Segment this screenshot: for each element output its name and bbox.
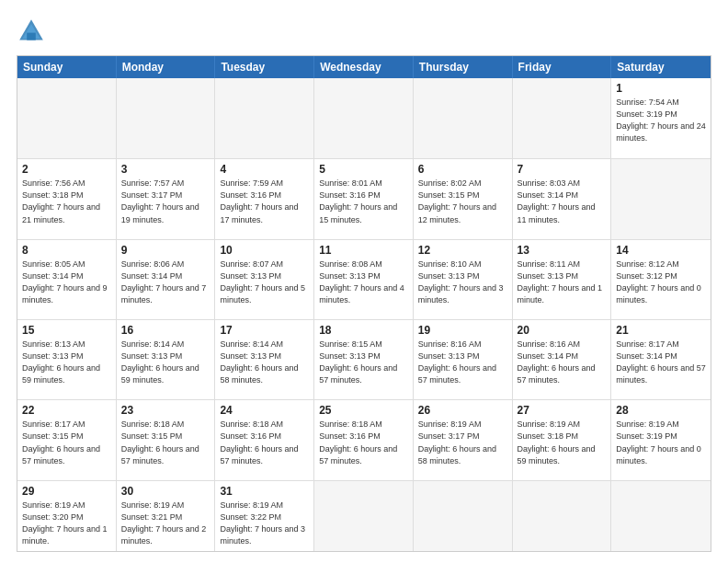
day-number: 29 <box>22 485 111 498</box>
day-header-wednesday: Wednesday <box>314 56 414 78</box>
cell-info: Sunrise: 8:15 AMSunset: 3:13 PMDaylight:… <box>319 339 408 386</box>
day-header-monday: Monday <box>117 56 216 78</box>
cal-cell <box>414 78 513 158</box>
day-number: 5 <box>319 163 408 176</box>
cell-info: Sunrise: 8:06 AMSunset: 3:14 PMDaylight:… <box>121 259 210 306</box>
day-number: 17 <box>220 324 309 337</box>
cell-info: Sunrise: 8:19 AMSunset: 3:18 PMDaylight:… <box>518 419 607 466</box>
cal-cell: 20Sunrise: 8:16 AMSunset: 3:14 PMDayligh… <box>513 320 612 399</box>
day-number: 1 <box>616 82 706 95</box>
day-number: 13 <box>518 244 607 257</box>
day-number: 23 <box>121 404 210 417</box>
cal-cell: 14Sunrise: 8:12 AMSunset: 3:12 PMDayligh… <box>611 240 711 319</box>
cal-cell: 5Sunrise: 8:01 AMSunset: 3:16 PMDaylight… <box>314 159 414 238</box>
day-number: 18 <box>319 324 408 337</box>
cal-cell <box>215 78 314 158</box>
cal-cell: 31Sunrise: 8:19 AMSunset: 3:22 PMDayligh… <box>215 481 314 551</box>
cal-cell: 26Sunrise: 8:19 AMSunset: 3:17 PMDayligh… <box>414 400 513 479</box>
cal-cell: 7Sunrise: 8:03 AMSunset: 3:14 PMDaylight… <box>513 159 612 238</box>
cell-info: Sunrise: 8:17 AMSunset: 3:15 PMDaylight:… <box>22 419 111 466</box>
cell-info: Sunrise: 7:56 AMSunset: 3:18 PMDaylight:… <box>22 178 111 225</box>
cal-cell: 9Sunrise: 8:06 AMSunset: 3:14 PMDaylight… <box>117 240 216 319</box>
day-number: 25 <box>319 404 408 417</box>
cell-info: Sunrise: 8:13 AMSunset: 3:13 PMDaylight:… <box>22 339 111 386</box>
cell-info: Sunrise: 7:59 AMSunset: 3:16 PMDaylight:… <box>220 178 309 225</box>
cal-cell: 1Sunrise: 7:54 AMSunset: 3:19 PMDaylight… <box>611 78 711 158</box>
week-row-6: 29Sunrise: 8:19 AMSunset: 3:20 PMDayligh… <box>17 480 711 551</box>
cell-info: Sunrise: 8:07 AMSunset: 3:13 PMDaylight:… <box>220 259 309 306</box>
week-row-2: 2Sunrise: 7:56 AMSunset: 3:18 PMDaylight… <box>17 158 711 238</box>
cal-cell <box>314 78 414 158</box>
cal-cell: 11Sunrise: 8:08 AMSunset: 3:13 PMDayligh… <box>314 240 414 319</box>
cal-cell: 24Sunrise: 8:18 AMSunset: 3:16 PMDayligh… <box>215 400 314 479</box>
cal-cell <box>611 481 711 551</box>
cal-cell: 27Sunrise: 8:19 AMSunset: 3:18 PMDayligh… <box>513 400 612 479</box>
week-row-5: 22Sunrise: 8:17 AMSunset: 3:15 PMDayligh… <box>17 399 711 479</box>
cell-info: Sunrise: 8:14 AMSunset: 3:13 PMDaylight:… <box>220 339 309 386</box>
cell-info: Sunrise: 8:18 AMSunset: 3:16 PMDaylight:… <box>319 419 408 466</box>
day-number: 19 <box>418 324 507 337</box>
cal-cell: 2Sunrise: 7:56 AMSunset: 3:18 PMDaylight… <box>17 159 117 238</box>
cal-cell <box>611 159 711 238</box>
day-number: 20 <box>518 324 607 337</box>
cell-info: Sunrise: 8:19 AMSunset: 3:20 PMDaylight:… <box>22 500 111 547</box>
cal-cell: 30Sunrise: 8:19 AMSunset: 3:21 PMDayligh… <box>117 481 216 551</box>
cell-info: Sunrise: 8:17 AMSunset: 3:14 PMDaylight:… <box>616 339 706 386</box>
day-number: 9 <box>121 244 210 257</box>
cal-cell: 23Sunrise: 8:18 AMSunset: 3:15 PMDayligh… <box>117 400 216 479</box>
cell-info: Sunrise: 8:10 AMSunset: 3:13 PMDaylight:… <box>418 259 507 306</box>
day-number: 6 <box>418 163 507 176</box>
day-number: 14 <box>616 244 706 257</box>
cell-info: Sunrise: 8:01 AMSunset: 3:16 PMDaylight:… <box>319 178 408 225</box>
cell-info: Sunrise: 8:19 AMSunset: 3:19 PMDaylight:… <box>616 419 706 466</box>
cell-info: Sunrise: 8:03 AMSunset: 3:14 PMDaylight:… <box>518 178 607 225</box>
logo <box>17 17 50 46</box>
cal-cell: 29Sunrise: 8:19 AMSunset: 3:20 PMDayligh… <box>17 481 117 551</box>
cal-cell: 12Sunrise: 8:10 AMSunset: 3:13 PMDayligh… <box>414 240 513 319</box>
svg-rect-2 <box>27 33 36 40</box>
cell-info: Sunrise: 8:16 AMSunset: 3:14 PMDaylight:… <box>518 339 607 386</box>
week-row-4: 15Sunrise: 8:13 AMSunset: 3:13 PMDayligh… <box>17 319 711 399</box>
cal-cell: 8Sunrise: 8:05 AMSunset: 3:14 PMDaylight… <box>17 240 117 319</box>
cal-cell: 16Sunrise: 8:14 AMSunset: 3:13 PMDayligh… <box>117 320 216 399</box>
day-number: 22 <box>22 404 111 417</box>
day-number: 10 <box>220 244 309 257</box>
day-number: 3 <box>121 163 210 176</box>
cell-info: Sunrise: 8:14 AMSunset: 3:13 PMDaylight:… <box>121 339 210 386</box>
calendar: SundayMondayTuesdayWednesdayThursdayFrid… <box>17 55 711 552</box>
day-number: 8 <box>22 244 111 257</box>
day-number: 2 <box>22 163 111 176</box>
cal-cell <box>314 481 414 551</box>
cell-info: Sunrise: 8:19 AMSunset: 3:21 PMDaylight:… <box>121 500 210 547</box>
cell-info: Sunrise: 7:57 AMSunset: 3:17 PMDaylight:… <box>121 178 210 225</box>
cell-info: Sunrise: 8:08 AMSunset: 3:13 PMDaylight:… <box>319 259 408 306</box>
cell-info: Sunrise: 8:11 AMSunset: 3:13 PMDaylight:… <box>518 259 607 306</box>
calendar-body: 1Sunrise: 7:54 AMSunset: 3:19 PMDaylight… <box>17 78 711 551</box>
day-number: 24 <box>220 404 309 417</box>
cell-info: Sunrise: 8:18 AMSunset: 3:16 PMDaylight:… <box>220 419 309 466</box>
day-number: 31 <box>220 485 309 498</box>
day-header-friday: Friday <box>513 56 612 78</box>
cell-info: Sunrise: 7:54 AMSunset: 3:19 PMDaylight:… <box>616 97 706 144</box>
cal-cell: 17Sunrise: 8:14 AMSunset: 3:13 PMDayligh… <box>215 320 314 399</box>
day-header-sunday: Sunday <box>17 56 117 78</box>
calendar-header-row: SundayMondayTuesdayWednesdayThursdayFrid… <box>17 56 711 78</box>
cal-cell <box>513 481 612 551</box>
cal-cell: 13Sunrise: 8:11 AMSunset: 3:13 PMDayligh… <box>513 240 612 319</box>
cell-info: Sunrise: 8:02 AMSunset: 3:15 PMDaylight:… <box>418 178 507 225</box>
week-row-1: 1Sunrise: 7:54 AMSunset: 3:19 PMDaylight… <box>17 78 711 158</box>
cell-info: Sunrise: 8:16 AMSunset: 3:13 PMDaylight:… <box>418 339 507 386</box>
day-number: 16 <box>121 324 210 337</box>
cal-cell: 18Sunrise: 8:15 AMSunset: 3:13 PMDayligh… <box>314 320 414 399</box>
day-header-tuesday: Tuesday <box>215 56 314 78</box>
cell-info: Sunrise: 8:12 AMSunset: 3:12 PMDaylight:… <box>616 259 706 306</box>
page: SundayMondayTuesdayWednesdayThursdayFrid… <box>0 0 728 563</box>
cal-cell: 19Sunrise: 8:16 AMSunset: 3:13 PMDayligh… <box>414 320 513 399</box>
cal-cell <box>17 78 117 158</box>
cal-cell: 6Sunrise: 8:02 AMSunset: 3:15 PMDaylight… <box>414 159 513 238</box>
cell-info: Sunrise: 8:19 AMSunset: 3:17 PMDaylight:… <box>418 419 507 466</box>
cal-cell: 21Sunrise: 8:17 AMSunset: 3:14 PMDayligh… <box>611 320 711 399</box>
day-number: 28 <box>616 404 706 417</box>
cal-cell: 15Sunrise: 8:13 AMSunset: 3:13 PMDayligh… <box>17 320 117 399</box>
day-number: 21 <box>616 324 706 337</box>
